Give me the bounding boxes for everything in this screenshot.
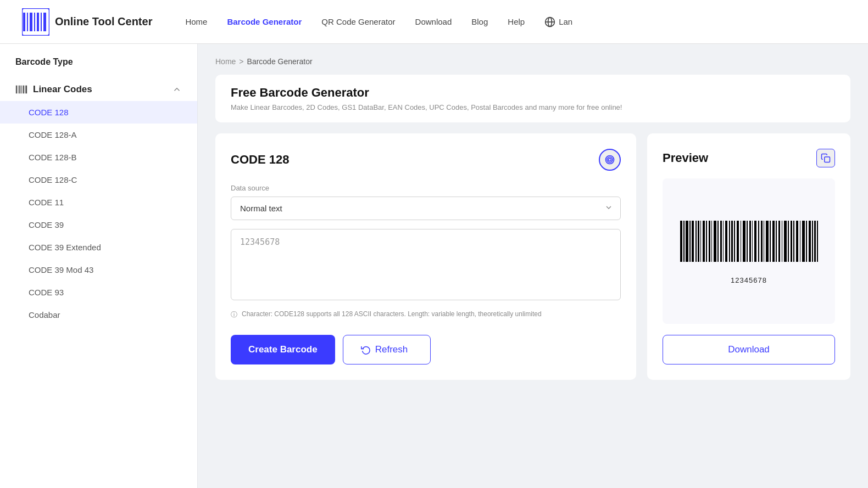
logo-text: Online Tool Center <box>55 15 152 28</box>
svg-rect-55 <box>776 221 777 262</box>
sidebar: Barcode Type Linear Codes <box>0 44 198 488</box>
svg-rect-4 <box>37 13 39 31</box>
svg-rect-36 <box>720 221 722 262</box>
preview-header: Preview <box>663 149 835 167</box>
nav-help[interactable]: Help <box>508 17 525 26</box>
settings-button[interactable] <box>599 149 621 171</box>
sidebar-item-code39[interactable]: CODE 39 <box>0 214 197 236</box>
svg-rect-57 <box>782 221 782 262</box>
svg-rect-14 <box>21 86 22 94</box>
create-barcode-button[interactable]: Create Barcode <box>231 335 335 364</box>
data-source-select[interactable]: Normal text Hex Base64 <box>231 197 621 220</box>
svg-rect-33 <box>711 221 712 262</box>
svg-rect-22 <box>680 221 682 262</box>
svg-rect-24 <box>686 221 688 262</box>
svg-rect-1 <box>27 13 28 31</box>
svg-rect-46 <box>749 221 751 262</box>
svg-rect-17 <box>26 86 27 94</box>
sidebar-section-linear-codes: Linear Codes CODE 128 CODE 128-A CODE 12… <box>0 78 197 326</box>
svg-rect-12 <box>18 86 19 94</box>
logo-icon <box>22 8 49 36</box>
sidebar-item-code128a[interactable]: CODE 128-A <box>0 124 197 146</box>
preview-title: Preview <box>663 151 708 165</box>
svg-rect-42 <box>737 221 739 262</box>
svg-rect-44 <box>743 221 745 262</box>
page-title: Free Barcode Generator <box>231 86 835 100</box>
svg-rect-35 <box>717 221 719 262</box>
settings-icon <box>604 154 615 165</box>
svg-rect-11 <box>16 86 17 94</box>
header: Online Tool Center Home Barcode Generato… <box>0 0 868 44</box>
main-content: Home > Barcode Generator Free Barcode Ge… <box>198 44 868 488</box>
svg-rect-37 <box>723 221 724 262</box>
breadcrumb-separator: > <box>239 57 243 66</box>
barcode-input[interactable]: 12345678 <box>231 229 621 300</box>
form-panel-header: CODE 128 <box>231 149 621 171</box>
svg-rect-6 <box>43 13 46 31</box>
chevron-up-icon <box>172 85 182 94</box>
data-source-label: Data source <box>231 184 621 192</box>
sidebar-item-code93[interactable]: CODE 93 <box>0 281 197 304</box>
svg-rect-29 <box>700 221 701 262</box>
sidebar-items-list: CODE 128 CODE 128-A CODE 128-B CODE 128-… <box>0 101 197 326</box>
hint-content: Character: CODE128 supports all 128 ASCI… <box>242 309 542 319</box>
svg-rect-56 <box>778 221 780 262</box>
sidebar-item-code11[interactable]: CODE 11 <box>0 191 197 214</box>
svg-rect-51 <box>764 221 764 262</box>
nav-qr-code-generator[interactable]: QR Code Generator <box>321 17 395 26</box>
nav-barcode-generator[interactable]: Barcode Generator <box>227 17 302 26</box>
svg-rect-49 <box>758 221 759 262</box>
nav-download[interactable]: Download <box>415 17 452 26</box>
linear-codes-label: Linear Codes <box>33 84 92 95</box>
barcode-label: 12345678 <box>731 276 767 284</box>
svg-rect-2 <box>30 13 32 31</box>
sidebar-item-code39mod43[interactable]: CODE 39 Mod 43 <box>0 259 197 281</box>
sidebar-item-code128b[interactable]: CODE 128-B <box>0 146 197 169</box>
svg-rect-28 <box>698 221 699 262</box>
info-icon: ⓘ <box>231 310 237 319</box>
form-panel: CODE 128 Data source Normal text Hex <box>215 133 636 380</box>
svg-rect-16 <box>25 86 25 94</box>
page-subtitle: Make Linear Barcodes, 2D Codes, GS1 Data… <box>231 103 835 111</box>
svg-rect-38 <box>725 221 727 262</box>
svg-rect-52 <box>766 221 769 262</box>
svg-rect-41 <box>734 221 735 262</box>
copy-icon <box>821 153 831 163</box>
preview-panel: Preview <box>647 133 850 380</box>
svg-rect-40 <box>731 221 733 262</box>
sidebar-item-code39extended[interactable]: CODE 39 Extended <box>0 236 197 259</box>
svg-rect-62 <box>796 221 798 262</box>
svg-rect-34 <box>714 221 716 262</box>
breadcrumb-current: Barcode Generator <box>247 57 313 66</box>
svg-rect-43 <box>741 221 741 262</box>
nav-home[interactable]: Home <box>185 17 207 26</box>
refresh-icon <box>361 345 371 355</box>
svg-rect-47 <box>752 221 753 262</box>
svg-rect-13 <box>19 86 20 94</box>
sidebar-section-header[interactable]: Linear Codes <box>0 78 197 101</box>
breadcrumb: Home > Barcode Generator <box>215 57 850 66</box>
svg-rect-66 <box>809 221 811 262</box>
svg-rect-0 <box>23 13 25 31</box>
svg-point-20 <box>607 157 613 162</box>
hint-text: ⓘ Character: CODE128 supports all 128 AS… <box>231 309 621 319</box>
refresh-button[interactable]: Refresh <box>343 335 431 364</box>
svg-rect-45 <box>747 221 748 262</box>
data-source-wrapper: Normal text Hex Base64 <box>231 197 621 220</box>
lang-selector[interactable]: Lan <box>544 16 572 27</box>
barcode-icon <box>15 83 27 96</box>
svg-rect-68 <box>814 221 816 262</box>
svg-rect-15 <box>23 86 24 94</box>
breadcrumb-home[interactable]: Home <box>215 57 236 66</box>
nav-blog[interactable]: Blog <box>471 17 488 26</box>
sidebar-item-code128c[interactable]: CODE 128-C <box>0 169 197 191</box>
svg-rect-67 <box>812 221 813 262</box>
svg-rect-53 <box>770 221 771 262</box>
copy-button[interactable] <box>816 149 835 167</box>
sidebar-item-codabar[interactable]: Codabar <box>0 304 197 326</box>
svg-rect-60 <box>791 221 792 262</box>
lang-label: Lan <box>559 17 572 26</box>
download-button[interactable]: Download <box>663 335 835 364</box>
sidebar-item-code128[interactable]: CODE 128 <box>0 101 197 124</box>
action-buttons: Create Barcode Refresh <box>231 335 621 364</box>
